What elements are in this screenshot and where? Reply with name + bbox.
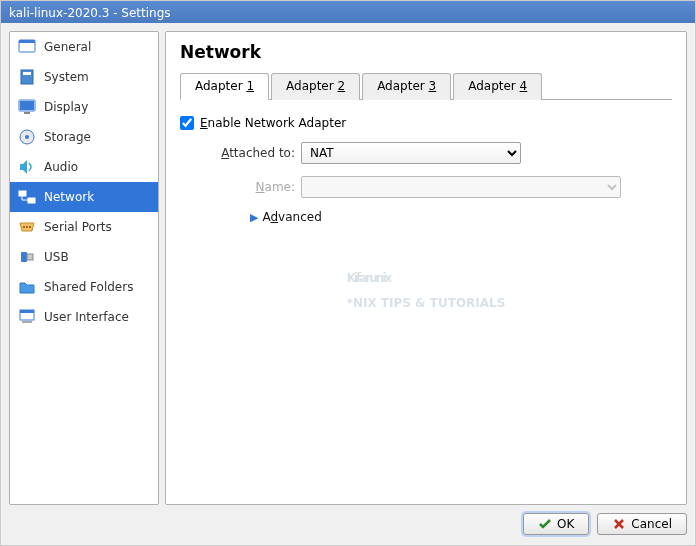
name-select — [301, 176, 621, 198]
sidebar-item-user-interface[interactable]: User Interface — [10, 302, 158, 332]
settings-panel: Kifarunix *NIX TIPS & TUTORIALS Network … — [165, 31, 687, 505]
sidebar-item-label: Network — [44, 190, 94, 204]
attached-to-label: Attached to: — [200, 146, 295, 160]
system-icon — [18, 68, 36, 86]
audio-icon — [18, 158, 36, 176]
sidebar-item-storage[interactable]: Storage — [10, 122, 158, 152]
svg-rect-14 — [21, 252, 27, 262]
tab-adapter-1[interactable]: Adapter 1 — [180, 73, 269, 100]
advanced-expander[interactable]: ▶ Advanced — [250, 210, 672, 224]
sidebar-item-general[interactable]: General — [10, 32, 158, 62]
sidebar-item-system[interactable]: System — [10, 62, 158, 92]
sidebar-item-shared-folders[interactable]: Shared Folders — [10, 272, 158, 302]
svg-rect-18 — [22, 321, 32, 323]
dialog-buttons: OK Cancel — [9, 505, 687, 535]
tab-adapter-3[interactable]: Adapter 3 — [362, 73, 451, 100]
svg-point-12 — [26, 226, 28, 228]
svg-point-13 — [29, 226, 31, 228]
cancel-icon — [612, 517, 626, 531]
user-interface-icon — [18, 308, 36, 326]
sidebar-item-audio[interactable]: Audio — [10, 152, 158, 182]
usb-icon — [18, 248, 36, 266]
expand-right-icon: ▶ — [250, 211, 258, 224]
network-icon — [18, 188, 36, 206]
sidebar-item-label: Serial Ports — [44, 220, 112, 234]
shared-folders-icon — [18, 278, 36, 296]
sidebar-item-label: General — [44, 40, 91, 54]
sidebar: General System Display Storage Audio Net… — [9, 31, 159, 505]
sidebar-item-label: Storage — [44, 130, 91, 144]
svg-point-11 — [23, 226, 25, 228]
window-title: kali-linux-2020.3 - Settings — [9, 6, 171, 20]
enable-adapter-label: Enable Network Adapter — [200, 116, 346, 130]
enable-adapter-checkbox[interactable] — [180, 116, 194, 130]
sidebar-item-label: Display — [44, 100, 88, 114]
window-titlebar[interactable]: kali-linux-2020.3 - Settings — [1, 1, 695, 23]
ok-icon — [538, 517, 552, 531]
sidebar-item-serial-ports[interactable]: Serial Ports — [10, 212, 158, 242]
sidebar-item-label: Shared Folders — [44, 280, 133, 294]
watermark: Kifarunix *NIX TIPS & TUTORIALS — [347, 227, 506, 310]
svg-rect-5 — [20, 101, 34, 110]
general-icon — [18, 38, 36, 56]
svg-rect-17 — [20, 310, 34, 313]
svg-rect-1 — [19, 40, 35, 43]
svg-point-8 — [25, 135, 29, 139]
name-label: Name: — [200, 180, 295, 194]
ok-button[interactable]: OK — [523, 513, 589, 535]
panel-title: Network — [180, 42, 672, 62]
storage-icon — [18, 128, 36, 146]
advanced-label: Advanced — [262, 210, 321, 224]
sidebar-item-label: System — [44, 70, 89, 84]
tab-adapter-4[interactable]: Adapter 4 — [453, 73, 542, 100]
svg-rect-10 — [28, 198, 35, 203]
svg-rect-9 — [19, 191, 26, 196]
sidebar-item-label: Audio — [44, 160, 78, 174]
sidebar-item-network[interactable]: Network — [10, 182, 158, 212]
sidebar-item-usb[interactable]: USB — [10, 242, 158, 272]
serial-port-icon — [18, 218, 36, 236]
sidebar-item-display[interactable]: Display — [10, 92, 158, 122]
tab-adapter-2[interactable]: Adapter 2 — [271, 73, 360, 100]
svg-rect-3 — [23, 72, 31, 75]
sidebar-item-label: User Interface — [44, 310, 129, 324]
attached-to-select[interactable]: NAT — [301, 142, 521, 164]
svg-rect-15 — [27, 254, 33, 260]
svg-rect-6 — [24, 112, 30, 114]
cancel-button[interactable]: Cancel — [597, 513, 687, 535]
adapter-tabs: Adapter 1 Adapter 2 Adapter 3 Adapter 4 — [180, 72, 672, 100]
display-icon — [18, 98, 36, 116]
sidebar-item-label: USB — [44, 250, 69, 264]
